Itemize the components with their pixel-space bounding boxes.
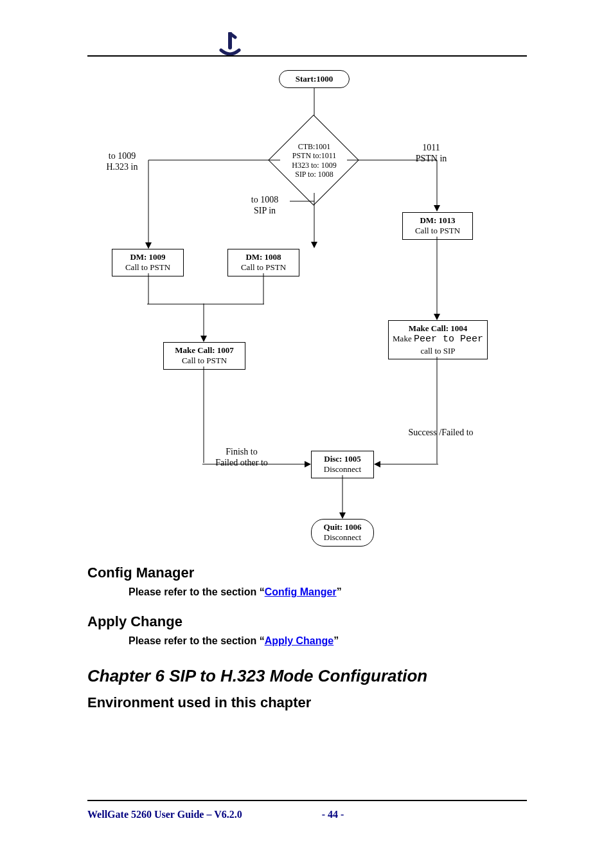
label-to-1009: to 1009 H.323 in [96,151,148,173]
svg-marker-10 [311,242,317,248]
svg-marker-23 [374,461,380,467]
flowchart: Start:1000 CTB:1001 PSTN to:1011 H323 to… [87,68,527,582]
heading-chapter-6: Chapter 6 SIP to H.323 Mode Configuratio… [87,666,427,686]
footer-guide: WellGate 5260 User Guide – V6.2.0 [87,809,242,820]
text-apply-change: Please refer to the section “Apply Chang… [129,635,339,647]
node-make-1007: Make Call: 1007 Call to PSTN [163,342,245,370]
link-config-manager[interactable]: Config Manger [265,586,337,597]
svg-marker-7 [434,205,440,212]
heading-apply-change: Apply Change [87,613,182,630]
node-dm-1009: DM: 1009 Call to PSTN [112,249,184,276]
logo-icon [217,32,243,58]
text-config-manager: Please refer to the section “Config Mang… [129,586,342,598]
header-rule [87,55,527,57]
svg-marker-17 [200,336,207,342]
node-disc-1005: Disc: 1005 Disconnect [311,451,374,478]
node-start: Start:1000 [279,70,350,88]
svg-marker-12 [434,314,440,320]
heading-config-manager: Config Manager [87,565,194,581]
node-start-label: Start:1000 [296,74,333,84]
link-apply-change[interactable]: Apply Change [265,635,334,646]
svg-marker-4 [145,242,152,249]
node-dm-1008: DM: 1008 Call to PSTN [227,249,299,276]
node-dm-1013: DM: 1013 Call to PSTN [402,212,473,240]
heading-environment: Environment used in this chapter [87,694,311,711]
page-footer: WellGate 5260 User Guide – V6.2.0 - 44 - [87,809,344,820]
svg-marker-26 [339,512,346,519]
node-quit-1006: Quit: 1006 Disconnect [311,519,374,547]
label-to-1008: to 1008 SIP in [239,195,290,217]
label-success: Success /Failed to [389,428,492,439]
svg-marker-20 [305,461,311,467]
node-make-1004: Make Call: 1004 Make Peer to Peer call t… [388,320,488,359]
footer-page: - 44 - [322,809,344,820]
footer-rule [87,800,527,801]
